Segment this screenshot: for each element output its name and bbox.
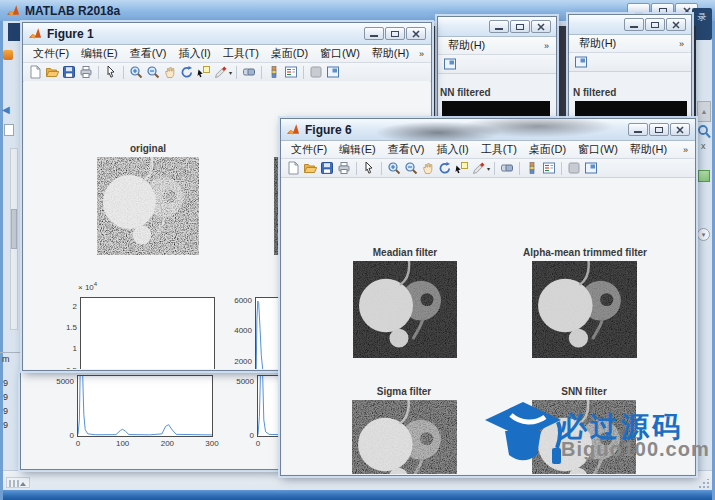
print-icon[interactable] bbox=[78, 65, 94, 80]
back-arrow-icon[interactable]: ◀ bbox=[2, 104, 10, 115]
maximize-button[interactable] bbox=[645, 18, 665, 31]
window-titlebar[interactable] bbox=[438, 17, 556, 37]
edit-plot-icon[interactable] bbox=[361, 161, 377, 176]
insert-colorbar-icon[interactable] bbox=[524, 161, 540, 176]
brush-icon[interactable] bbox=[213, 65, 229, 80]
scrollbar-thumb[interactable] bbox=[11, 209, 17, 249]
menu-item-0[interactable]: 文件(F) bbox=[27, 46, 75, 61]
menu-item-1[interactable]: 编辑(E) bbox=[75, 46, 124, 61]
close-button[interactable] bbox=[670, 123, 690, 136]
panel-dropdown-button[interactable]: ▾ bbox=[697, 228, 710, 241]
menu-item-3[interactable]: 插入(I) bbox=[430, 142, 474, 157]
statusbar-grip[interactable] bbox=[6, 477, 30, 488]
close-button[interactable] bbox=[666, 18, 686, 31]
close-button[interactable] bbox=[406, 27, 426, 40]
link-plot-icon[interactable] bbox=[499, 161, 515, 176]
window-titlebar[interactable]: Figure 1 bbox=[23, 23, 431, 45]
pan-icon[interactable] bbox=[162, 65, 178, 80]
menu-item-2[interactable]: 查看(V) bbox=[382, 142, 431, 157]
menu-overflow-icon[interactable]: » bbox=[679, 39, 687, 49]
save-icon[interactable] bbox=[319, 161, 335, 176]
scroll-up-button[interactable]: ▲ bbox=[697, 101, 711, 122]
menu-item-7[interactable]: 帮助(H) bbox=[366, 46, 415, 61]
minimize-button[interactable] bbox=[364, 27, 384, 40]
menu-item-5[interactable]: 桌面(D) bbox=[523, 142, 572, 157]
maximize-button[interactable] bbox=[649, 123, 669, 136]
dock-figure-icon[interactable] bbox=[325, 65, 341, 80]
new-file-icon[interactable] bbox=[285, 161, 301, 176]
menu-overflow-icon[interactable]: » bbox=[544, 41, 552, 51]
maximize-button[interactable] bbox=[385, 27, 405, 40]
menu-overflow-icon[interactable]: » bbox=[683, 145, 691, 155]
data-cursor-icon[interactable] bbox=[454, 161, 470, 176]
print-icon[interactable] bbox=[336, 161, 352, 176]
menu-item-4[interactable]: 工具(T) bbox=[217, 46, 265, 61]
document-icon[interactable] bbox=[4, 124, 14, 136]
left-scrollbar[interactable] bbox=[10, 148, 18, 330]
menu-item-6[interactable]: 窗口(W) bbox=[314, 46, 366, 61]
edit-plot-icon[interactable] bbox=[103, 65, 119, 80]
zoom-out-icon[interactable] bbox=[145, 65, 161, 80]
menu-item-4[interactable]: 工具(T) bbox=[475, 142, 523, 157]
window-titlebar[interactable]: Figure 6 bbox=[281, 119, 695, 141]
insert-legend-icon[interactable] bbox=[541, 161, 557, 176]
rotate-3d-icon[interactable] bbox=[179, 65, 195, 80]
background-figure-window-c[interactable]: 500000100200300 500000 bbox=[20, 371, 281, 470]
window-titlebar[interactable] bbox=[569, 15, 691, 35]
data-cursor-icon[interactable] bbox=[196, 65, 212, 80]
zoom-out-icon[interactable] bbox=[403, 161, 419, 176]
close-panel-icon[interactable]: x bbox=[701, 141, 706, 151]
minimize-button[interactable] bbox=[489, 20, 509, 33]
minimize-icon bbox=[495, 28, 503, 30]
menu-help[interactable]: 帮助(H) bbox=[573, 36, 622, 51]
brush-icon[interactable] bbox=[471, 161, 487, 176]
menu-item-3[interactable]: 插入(I) bbox=[172, 46, 216, 61]
maximize-button[interactable] bbox=[510, 20, 530, 33]
save-icon[interactable] bbox=[61, 65, 77, 80]
insert-colorbar-icon[interactable] bbox=[266, 65, 282, 80]
menu-overflow-icon[interactable]: » bbox=[419, 49, 427, 59]
original-image bbox=[97, 157, 199, 255]
zoom-in-icon[interactable] bbox=[386, 161, 402, 176]
x-tick-label: 0 bbox=[256, 439, 260, 448]
resize-grip[interactable] bbox=[698, 479, 710, 489]
window-bottom-frame bbox=[0, 490, 715, 500]
menu-item-6[interactable]: 窗口(W) bbox=[572, 142, 624, 157]
minimize-button[interactable] bbox=[624, 18, 644, 31]
menu-item-0[interactable]: 文件(F) bbox=[285, 142, 333, 157]
menu-item-5[interactable]: 桌面(D) bbox=[265, 46, 314, 61]
brush-dropdown-icon[interactable]: ▾ bbox=[229, 69, 232, 76]
insert-legend-icon[interactable] bbox=[283, 65, 299, 80]
command-window-digit: 9 bbox=[3, 392, 8, 402]
x-tick-label: 100 bbox=[116, 439, 129, 448]
command-window-digit: 9 bbox=[3, 406, 8, 416]
background-figure-window-a[interactable]: 帮助(H) » NN filtered bbox=[437, 16, 557, 118]
subplot-title: Meadian filter bbox=[373, 247, 437, 258]
close-button[interactable] bbox=[531, 20, 551, 33]
matlab-dock-icon[interactable] bbox=[3, 50, 13, 60]
zoom-in-icon[interactable] bbox=[128, 65, 144, 80]
hide-plot-tools-icon[interactable] bbox=[566, 161, 582, 176]
link-plot-icon[interactable] bbox=[241, 65, 257, 80]
menu-item-1[interactable]: 编辑(E) bbox=[333, 142, 382, 157]
background-figure-window-b[interactable]: 帮助(H) » N filtered bbox=[568, 14, 692, 118]
y-tick-label: 6000 bbox=[234, 296, 252, 305]
x-tick-label: 0 bbox=[76, 439, 80, 448]
new-file-icon[interactable] bbox=[27, 65, 43, 80]
dock-figure-icon[interactable] bbox=[573, 55, 589, 70]
watermark: 必过源码 Biguo100.com bbox=[483, 398, 708, 478]
menu-item-7[interactable]: 帮助(H) bbox=[624, 142, 673, 157]
brush-dropdown-icon[interactable]: ▾ bbox=[487, 165, 490, 172]
open-file-icon[interactable] bbox=[44, 65, 60, 80]
hide-plot-tools-icon[interactable] bbox=[308, 65, 324, 80]
matlab-logo-icon bbox=[6, 4, 20, 17]
minimize-button[interactable] bbox=[628, 123, 648, 136]
menu-help[interactable]: 帮助(H) bbox=[442, 38, 491, 53]
pan-icon[interactable] bbox=[420, 161, 436, 176]
open-file-icon[interactable] bbox=[302, 161, 318, 176]
close-icon bbox=[537, 23, 545, 31]
rotate-3d-icon[interactable] bbox=[437, 161, 453, 176]
dock-figure-icon[interactable] bbox=[583, 161, 599, 176]
dock-figure-icon[interactable] bbox=[442, 57, 458, 72]
menu-item-2[interactable]: 查看(V) bbox=[124, 46, 173, 61]
